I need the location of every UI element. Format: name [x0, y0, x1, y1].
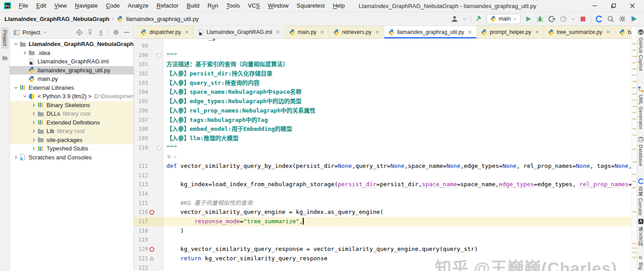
line-number[interactable]: 112	[134, 171, 148, 180]
tree-item-lib[interactable]: Liblibrary root	[10, 127, 134, 136]
code-text[interactable]: vector_similarity_query_engine = kg_inde…	[163, 208, 631, 217]
stop-icon[interactable]	[579, 15, 587, 23]
tree-item-scratches-and-consoles[interactable]: Scratches and Consoles	[10, 153, 134, 162]
line-number[interactable]: 105	[134, 97, 148, 106]
line-number[interactable]: 108	[134, 125, 148, 134]
code-text[interactable]	[163, 171, 631, 180]
line-number[interactable]: 102	[134, 69, 148, 79]
chevron-right-icon[interactable]	[30, 102, 37, 108]
breakpoint-icon[interactable]	[149, 247, 154, 252]
project-panel-title[interactable]: Project	[22, 29, 40, 36]
line-number[interactable]: 113	[134, 180, 148, 189]
tab-dispatcher.py[interactable]: dispatcher.py✕	[136, 26, 194, 38]
gutter[interactable]: 118	[134, 226, 163, 236]
chevron-right-icon[interactable]	[13, 154, 19, 160]
maximize-icon[interactable]	[611, 3, 616, 8]
tree-item-site-packages[interactable]: site-packages	[10, 136, 134, 145]
gutter[interactable]: 114	[134, 189, 163, 199]
gutter[interactable]: 117	[134, 217, 163, 226]
tool-button-uml[interactable]: UML Generator	[637, 86, 644, 129]
tree-item-.idea[interactable]: .idea	[10, 49, 134, 58]
hammer-icon[interactable]	[475, 15, 483, 23]
stripe-mark[interactable]	[632, 43, 636, 45]
line-number[interactable]: 111	[134, 162, 148, 171]
gutter[interactable]: 103	[134, 79, 163, 88]
line-number[interactable]: 100	[134, 51, 148, 60]
collapse-all-icon[interactable]	[97, 29, 104, 36]
tab-llamaindex_graphrag_util.py[interactable]: llamaindex_graphrag_util.py✕	[384, 26, 477, 38]
gutter[interactable]: 104	[134, 88, 163, 97]
gutter[interactable]: 100	[134, 51, 163, 60]
debug-icon[interactable]	[536, 15, 544, 23]
code-text[interactable]: 【入参】persist_dir:持久化存储目录	[163, 69, 631, 79]
menu-navigate[interactable]: Navigate	[71, 0, 102, 12]
tool-button-comate[interactable]: 百度 Comate	[637, 178, 644, 216]
code-text[interactable]: 【入参】edge_types:Nebulagraph中的边的类型	[163, 97, 631, 106]
stripe-mark[interactable]	[632, 243, 636, 244]
locate-icon[interactable]	[76, 29, 83, 36]
stripe-mark[interactable]	[632, 181, 636, 182]
gutter[interactable]: 120	[134, 245, 163, 254]
gutter[interactable]: 107	[134, 116, 163, 125]
stripe-mark[interactable]	[632, 68, 636, 70]
line-number[interactable]: 122	[134, 263, 148, 271]
gutter[interactable]: 112	[134, 171, 163, 180]
expand-all-icon[interactable]	[87, 29, 93, 36]
tree-item-external-libraries[interactable]: External Libraries	[10, 83, 134, 92]
line-number[interactable]: 118	[134, 226, 148, 236]
stripe-mark[interactable]	[632, 75, 636, 76]
line-number[interactable]: 109	[134, 134, 148, 143]
gutter[interactable]: 119	[134, 235, 163, 245]
code-text[interactable]: 【入参】embed_model:用于Embedding的模型	[163, 125, 631, 134]
play-icon[interactable]	[525, 15, 532, 23]
tool-button-bigdata[interactable]: DBig	[637, 254, 644, 270]
line-number[interactable]: 101	[134, 60, 148, 69]
menu-edit[interactable]: Edit	[32, 0, 50, 12]
menu-view[interactable]: View	[50, 0, 71, 12]
line-number[interactable]: 110	[134, 143, 148, 153]
chevron-down-icon[interactable]	[13, 85, 19, 91]
code-text[interactable]: #KG 基于向量相似性的查询	[163, 199, 631, 208]
project-tool-button[interactable]: Project	[1, 27, 8, 49]
menu-window[interactable]: Window	[264, 0, 292, 12]
stripe-mark[interactable]	[632, 106, 637, 107]
stripe-mark[interactable]	[632, 247, 636, 249]
code-text[interactable]	[163, 42, 631, 51]
stripe-mark[interactable]	[632, 257, 636, 258]
code-text[interactable]: kg_index=load_index_from_nebulagraph_sto…	[163, 180, 631, 189]
menu-tools[interactable]: Tools	[222, 0, 244, 12]
stripe-mark[interactable]	[632, 211, 636, 213]
menu-squaretest[interactable]: Squaretest	[292, 0, 329, 12]
code-text[interactable]	[163, 235, 631, 245]
tool-button-lingma[interactable]: 通义灵码	[637, 218, 644, 246]
menu-build[interactable]: Build	[182, 0, 203, 12]
stripe-mark[interactable]	[632, 252, 636, 253]
line-number[interactable]: 106	[134, 106, 148, 116]
close-icon[interactable]	[630, 3, 635, 8]
code-text[interactable]: def vector_similarity_query_by_index(per…	[163, 162, 631, 171]
ai-inlay-gear-icon[interactable]	[166, 154, 172, 159]
line-number[interactable]: 99	[134, 42, 148, 51]
tree-item-dlls[interactable]: DLLslibrary root	[10, 109, 134, 118]
chevron-right-icon[interactable]	[30, 120, 37, 125]
folder-icon[interactable]	[2, 55, 8, 61]
profiler-icon[interactable]	[559, 15, 567, 23]
tab-prompt_helper.py[interactable]: prompt_helper.py✕	[477, 26, 544, 38]
close-tab-icon[interactable]: ✕	[320, 29, 325, 35]
stripe-mark[interactable]	[632, 56, 637, 57]
stripe-mark[interactable]	[632, 87, 636, 88]
settings-icon[interactable]	[619, 15, 626, 23]
fold-down-icon[interactable]	[157, 53, 161, 58]
tree-item--python-3.9-llm2-[interactable]: < Python 3.9 (llm2) >D:\Development\L	[10, 92, 134, 101]
tab-retrievers.py[interactable]: retrievers.py✕	[329, 26, 384, 38]
ai-logo-icon[interactable]	[630, 15, 638, 23]
code-editor[interactable]: _g99100"""101方法描述：基于索引的查询（向量相似度算法）102【入参…	[134, 39, 631, 271]
tab-main.py[interactable]: main.py✕	[285, 26, 329, 38]
chevron-right-icon[interactable]	[21, 50, 28, 56]
code-text[interactable]: """	[163, 51, 631, 60]
close-tab-icon[interactable]: ✕	[535, 29, 539, 35]
line-number[interactable]: 119	[134, 235, 148, 245]
chevron-down-icon[interactable]	[43, 30, 47, 34]
stripe-mark[interactable]	[632, 149, 636, 150]
hide-icon[interactable]	[123, 29, 130, 36]
